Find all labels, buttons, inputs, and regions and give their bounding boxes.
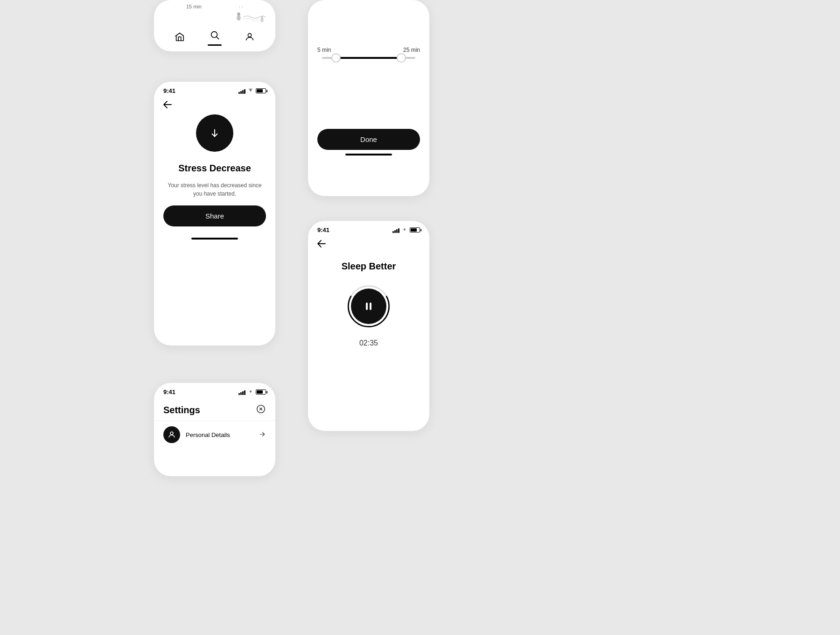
home-indicator: [191, 238, 238, 240]
stress-actions: Share: [154, 198, 275, 234]
settings-status-time: 9:41: [163, 388, 175, 395]
profile-icon: [245, 32, 255, 44]
settings-signal-icon: [238, 389, 245, 395]
range-content: 5 min 25 min: [308, 0, 429, 68]
pause-icon: [366, 303, 371, 310]
nav-home[interactable]: [175, 32, 185, 44]
status-time: 9:41: [163, 87, 175, 94]
nav-profile[interactable]: [245, 32, 255, 44]
svg-point-1: [237, 13, 240, 16]
sleep-status-icons: [392, 226, 420, 233]
phone-card-range: 5 min 25 min Done: [308, 0, 429, 196]
stress-title: Stress Decrease: [178, 163, 251, 174]
range-thumb-left[interactable]: [331, 53, 341, 63]
status-bar: 9:41: [154, 82, 275, 97]
illustration-area: [154, 9, 275, 26]
settings-status-bar: 9:41: [154, 383, 275, 398]
stress-main-content: Stress Decrease Your stress level has de…: [154, 114, 275, 198]
share-button[interactable]: Share: [163, 205, 266, 226]
sleep-back-button[interactable]: [308, 236, 335, 254]
sleep-circle-btn[interactable]: [351, 289, 386, 324]
phone-card-top: 15 min · ·: [154, 0, 275, 51]
sleep-status-time: 9:41: [317, 226, 329, 233]
nav-search[interactable]: [208, 30, 222, 46]
duration-label: 15 min: [186, 4, 202, 9]
sleep-status-bar: 9:41: [308, 221, 429, 236]
active-indicator: [208, 44, 222, 46]
settings-close-icon[interactable]: [256, 404, 266, 416]
range-min-label: 5 min: [317, 47, 331, 53]
stress-down-button[interactable]: [196, 114, 233, 152]
settings-battery-icon: [256, 389, 266, 395]
sleep-pause-button[interactable]: [351, 289, 386, 324]
settings-title: Settings: [163, 405, 200, 416]
home-icon: [175, 32, 185, 44]
phone-card-settings: 9:41 Settings: [154, 383, 275, 476]
settings-status-icons: [238, 388, 266, 395]
range-labels: 5 min 25 min: [317, 47, 420, 53]
svg-point-2: [260, 18, 264, 22]
pause-bar-left: [366, 303, 368, 310]
settings-wifi-icon: [247, 388, 254, 395]
personal-details-row[interactable]: Personal Details: [154, 420, 275, 449]
signal-icon: [238, 88, 245, 94]
svg-point-4: [211, 32, 217, 38]
back-button[interactable]: [154, 97, 181, 114]
svg-line-5: [217, 37, 219, 39]
sleep-timer: 02:35: [359, 339, 378, 347]
personal-details-icon: [163, 426, 180, 443]
range-track[interactable]: [322, 57, 415, 59]
decoration-dots: · ·: [239, 4, 243, 9]
search-icon: [210, 30, 220, 42]
svg-point-0: [237, 15, 240, 21]
status-icons: [238, 87, 266, 94]
illustration-svg: [231, 9, 268, 23]
settings-header: Settings: [154, 398, 275, 420]
arrow-down-icon: [210, 128, 220, 138]
range-max-label: 25 min: [403, 47, 420, 53]
personal-details-arrow-icon: [259, 430, 266, 439]
svg-point-6: [248, 33, 251, 36]
svg-point-3: [261, 16, 263, 19]
wifi-icon: [247, 87, 254, 94]
stress-description: Your stress level has decreased since yo…: [163, 181, 266, 198]
sleep-title: Sleep Better: [342, 261, 396, 272]
done-button[interactable]: Done: [317, 129, 420, 150]
range-fill: [336, 57, 401, 59]
svg-point-11: [170, 432, 173, 435]
sleep-battery-icon: [410, 227, 420, 233]
bottom-nav: [154, 26, 275, 51]
top-card-time-label: 15 min · ·: [154, 0, 275, 9]
range-thumb-right[interactable]: [397, 53, 406, 63]
sleep-signal-icon: [392, 227, 399, 233]
sleep-wifi-icon: [401, 226, 408, 233]
personal-details-label: Personal Details: [186, 431, 259, 438]
phone-card-sleep: 9:41 Sleep Better: [308, 221, 429, 431]
range-home-indicator: [345, 154, 392, 155]
sleep-main-content: Sleep Better 02:35: [308, 254, 429, 347]
pause-bar-right: [370, 303, 371, 310]
sleep-player[interactable]: [345, 283, 392, 330]
battery-icon: [256, 88, 266, 93]
phone-card-stress: 9:41: [154, 82, 275, 346]
